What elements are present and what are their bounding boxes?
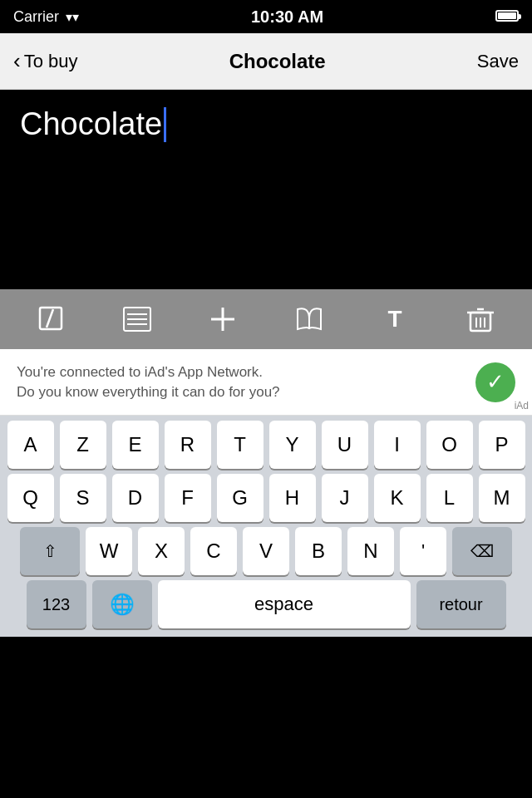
key-k[interactable]: K xyxy=(374,474,421,522)
key-m[interactable]: M xyxy=(479,474,525,522)
note-content: Chocolate xyxy=(20,106,162,142)
numbers-key[interactable]: 123 xyxy=(27,580,86,628)
key-c[interactable]: C xyxy=(190,527,237,575)
return-key[interactable]: retour xyxy=(416,580,506,628)
key-e[interactable]: E xyxy=(112,421,159,469)
status-right xyxy=(495,8,519,26)
key-i[interactable]: I xyxy=(374,421,421,469)
key-v[interactable]: V xyxy=(243,527,289,575)
back-arrow-icon: ‹ xyxy=(13,48,21,74)
toolbar: T xyxy=(0,289,532,349)
iad-text: You're connected to iAd's App Network. D… xyxy=(17,362,280,402)
toolbar-text-button[interactable]: T xyxy=(373,298,416,341)
plus-icon xyxy=(208,304,238,334)
toolbar-edit-button[interactable] xyxy=(30,298,73,341)
key-t[interactable]: T xyxy=(217,421,264,469)
keyboard-bottom-row: 123 🌐 espace retour xyxy=(0,575,532,637)
shift-key[interactable]: ⇧ xyxy=(20,527,80,575)
toolbar-list-button[interactable] xyxy=(116,298,159,341)
iad-label: iAd xyxy=(515,400,529,411)
content-area[interactable]: Chocolate xyxy=(0,90,532,289)
key-p[interactable]: P xyxy=(479,421,525,469)
back-button[interactable]: ‹ To buy xyxy=(13,48,78,74)
iad-check-button[interactable]: ✓ xyxy=(475,362,515,402)
battery-icon xyxy=(495,8,519,26)
save-button[interactable]: Save xyxy=(477,51,519,72)
list-icon xyxy=(122,304,152,334)
key-apostrophe[interactable]: ' xyxy=(400,527,446,575)
key-y[interactable]: Y xyxy=(269,421,316,469)
keyboard-row-3: ⇧ W X C V B N ' ⌫ xyxy=(0,522,532,575)
toolbar-add-button[interactable] xyxy=(201,298,244,341)
edit-icon xyxy=(37,304,66,334)
backspace-key[interactable]: ⌫ xyxy=(452,527,512,575)
nav-title: Chocolate xyxy=(229,50,326,73)
key-b[interactable]: B xyxy=(295,527,342,575)
trash-icon xyxy=(466,304,495,334)
key-u[interactable]: U xyxy=(322,421,368,469)
space-key[interactable]: espace xyxy=(158,580,411,628)
keyboard-row-1: A Z E R T Y U I O P xyxy=(0,416,532,469)
key-z[interactable]: Z xyxy=(60,421,106,469)
nav-bar: ‹ To buy Chocolate Save xyxy=(0,33,532,90)
wifi-icon: ▾▾ xyxy=(66,9,79,25)
status-time: 10:30 AM xyxy=(251,7,323,27)
keyboard-row-2: Q S D F G H J K L M xyxy=(0,469,532,522)
key-n[interactable]: N xyxy=(347,527,394,575)
status-left: Carrier ▾▾ xyxy=(13,8,79,26)
key-o[interactable]: O xyxy=(426,421,473,469)
toolbar-book-button[interactable] xyxy=(288,298,331,341)
key-a[interactable]: A xyxy=(7,421,54,469)
key-l[interactable]: L xyxy=(426,474,473,522)
back-label: To buy xyxy=(24,51,78,72)
key-g[interactable]: G xyxy=(217,474,264,522)
key-j[interactable]: J xyxy=(322,474,368,522)
checkmark-icon: ✓ xyxy=(486,369,505,395)
book-icon xyxy=(294,304,324,334)
iad-banner: You're connected to iAd's App Network. D… xyxy=(0,349,532,416)
key-w[interactable]: W xyxy=(86,527,132,575)
text-format-icon: T xyxy=(387,306,401,332)
key-s[interactable]: S xyxy=(60,474,106,522)
key-f[interactable]: F xyxy=(165,474,211,522)
key-q[interactable]: Q xyxy=(7,474,54,522)
keyboard: A Z E R T Y U I O P Q S D F G H J K L M … xyxy=(0,416,532,637)
text-cursor xyxy=(164,107,166,142)
toolbar-trash-button[interactable] xyxy=(459,298,502,341)
key-h[interactable]: H xyxy=(269,474,316,522)
iad-line2: Do you know everything it can do for you… xyxy=(17,384,280,400)
note-text-field[interactable]: Chocolate xyxy=(20,106,512,142)
svg-line-1 xyxy=(47,309,53,328)
key-d[interactable]: D xyxy=(112,474,159,522)
carrier-label: Carrier xyxy=(13,8,59,26)
key-x[interactable]: X xyxy=(138,527,185,575)
iad-line1: You're connected to iAd's App Network. xyxy=(17,364,263,380)
status-bar: Carrier ▾▾ 10:30 AM xyxy=(0,0,532,33)
globe-key[interactable]: 🌐 xyxy=(92,580,152,628)
key-r[interactable]: R xyxy=(165,421,211,469)
